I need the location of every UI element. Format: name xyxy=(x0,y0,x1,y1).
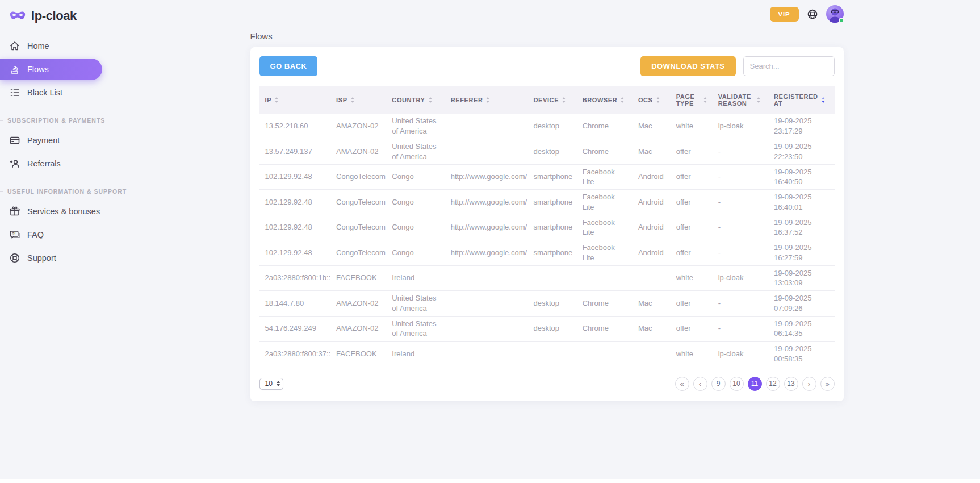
page-button-11-active[interactable]: 11 xyxy=(748,377,762,391)
table-row[interactable]: 102.129.92.48CongoTelecomCongohttp://www… xyxy=(259,240,835,266)
sort-icon xyxy=(429,97,432,103)
card-toolbar: GO BACK DOWNLOAD STATS xyxy=(259,56,835,76)
column-header-country[interactable]: COUNTRY xyxy=(386,86,445,114)
cell-ocs xyxy=(633,265,671,291)
gift-icon xyxy=(9,206,20,217)
cell-device: smartphone xyxy=(528,164,577,190)
column-header-validate-reason[interactable]: VALIDATE REASON xyxy=(713,86,768,114)
cell-ocs: Android xyxy=(633,190,671,215)
cell-device: desktop xyxy=(528,316,577,342)
cell-country: United States of America xyxy=(386,114,445,139)
sidebar-item-label: Black List xyxy=(27,88,62,97)
flows-icon xyxy=(9,64,20,75)
cell-registered-at: 19-09-2025 16:27:59 xyxy=(768,240,835,266)
cell-ocs: Mac xyxy=(633,139,671,165)
sort-icon xyxy=(486,97,489,103)
page-button-13[interactable]: 13 xyxy=(784,377,798,391)
page-button-9[interactable]: 9 xyxy=(711,377,726,391)
cell-page-type: offer xyxy=(671,240,713,266)
table-row[interactable]: 54.176.249.249AMAZON-02United States of … xyxy=(259,316,835,342)
cell-browser xyxy=(577,342,633,367)
cell-isp: CongoTelecom xyxy=(330,240,386,266)
cell-browser: Facebook Lite xyxy=(577,215,633,240)
cell-ocs: Mac xyxy=(633,291,671,317)
cell-page-type: white xyxy=(671,265,713,291)
go-back-button[interactable]: GO BACK xyxy=(259,56,318,76)
vip-button[interactable]: VIP xyxy=(770,7,799,22)
footer-strip xyxy=(0,479,980,483)
column-header-registered-at[interactable]: REGISTERED AT xyxy=(768,86,835,114)
cell-validate-reason: lp-cloak xyxy=(713,114,768,139)
column-header-device[interactable]: DEVICE xyxy=(528,86,577,114)
cell-ip: 13.57.249.137 xyxy=(259,139,331,165)
cell-referer: http://www.google.com/ xyxy=(445,240,528,266)
credit-card-icon xyxy=(9,135,20,146)
cell-referer xyxy=(445,316,528,342)
cell-registered-at: 19-09-2025 06:14:35 xyxy=(768,316,835,342)
page-button-12[interactable]: 12 xyxy=(766,377,780,391)
cell-registered-at: 19-09-2025 16:40:50 xyxy=(768,164,835,190)
cell-ip: 102.129.92.48 xyxy=(259,215,331,240)
page-button-10[interactable]: 10 xyxy=(730,377,744,391)
cell-validate-reason: lp-cloak xyxy=(713,342,768,367)
cell-device: desktop xyxy=(528,114,577,139)
search-input[interactable] xyxy=(743,56,835,76)
first-page-button[interactable]: « xyxy=(675,377,689,391)
next-page-button[interactable]: › xyxy=(802,377,816,391)
cell-referer xyxy=(445,139,528,165)
table-row[interactable]: 102.129.92.48CongoTelecomCongohttp://www… xyxy=(259,215,835,240)
table-row[interactable]: 102.129.92.48CongoTelecomCongohttp://www… xyxy=(259,190,835,215)
flows-table: IP ISP COUNTRY REFERER DEVICE BROWSER OC… xyxy=(259,86,835,367)
faq-bubble-icon: ?! xyxy=(9,229,20,240)
table-row[interactable]: 2a03:2880:f800:37::FACEBOOKIrelandwhitel… xyxy=(259,342,835,367)
sidebar-item-services-bonuses[interactable]: Services & bonuses xyxy=(0,201,114,222)
table-row[interactable]: 18.144.7.80AMAZON-02United States of Ame… xyxy=(259,291,835,317)
cell-isp: AMAZON-02 xyxy=(330,316,386,342)
table-row[interactable]: 2a03:2880:f800:1b::FACEBOOKIrelandwhitel… xyxy=(259,265,835,291)
download-stats-button[interactable]: DOWNLOAD STATS xyxy=(640,56,735,76)
table-row[interactable]: 13.52.218.60AMAZON-02United States of Am… xyxy=(259,114,835,139)
column-header-isp[interactable]: ISP xyxy=(330,86,386,114)
column-header-browser[interactable]: BROWSER xyxy=(577,86,633,114)
cell-country: Congo xyxy=(386,164,445,190)
cell-validate-reason: - xyxy=(713,316,768,342)
last-page-button[interactable]: » xyxy=(820,377,835,391)
table-row[interactable]: 13.57.249.137AMAZON-02United States of A… xyxy=(259,139,835,165)
sidebar-item-flows[interactable]: Flows xyxy=(0,59,102,80)
sort-icon xyxy=(757,97,760,103)
flows-card: GO BACK DOWNLOAD STATS IP ISP COUNTRY xyxy=(250,47,844,401)
sidebar-item-payment[interactable]: Payment xyxy=(0,130,114,151)
column-header-ocs[interactable]: OCS xyxy=(633,86,671,114)
sidebar-section-support: USEFUL INFORMATION & SUPPORT xyxy=(0,188,114,195)
sidebar-item-label: Referrals xyxy=(27,159,61,168)
cell-country: Ireland xyxy=(386,265,445,291)
cell-country: Congo xyxy=(386,190,445,215)
cell-isp: AMAZON-02 xyxy=(330,139,386,165)
column-header-page-type[interactable]: PAGE TYPE xyxy=(671,86,713,114)
sidebar-item-support[interactable]: Support xyxy=(0,247,114,269)
column-header-ip[interactable]: IP xyxy=(259,86,331,114)
sidebar-item-black-list[interactable]: Black List xyxy=(0,82,114,103)
cell-browser xyxy=(577,265,633,291)
cell-validate-reason: - xyxy=(713,291,768,317)
cell-page-type: offer xyxy=(671,139,713,165)
prev-page-button[interactable]: ‹ xyxy=(693,377,707,391)
cell-referer xyxy=(445,265,528,291)
cell-ocs: Mac xyxy=(633,114,671,139)
brand-name: lp-cloak xyxy=(31,9,77,23)
user-avatar[interactable] xyxy=(826,5,844,23)
home-icon xyxy=(9,40,20,52)
brand-logo[interactable]: lp-cloak xyxy=(0,0,114,34)
sort-icon xyxy=(275,97,278,103)
cell-ocs: Android xyxy=(633,240,671,266)
cell-browser: Chrome xyxy=(577,139,633,165)
main-area: VIP Flows GO BACK xyxy=(114,0,980,401)
column-header-referer[interactable]: REFERER xyxy=(445,86,528,114)
sidebar-item-faq[interactable]: ?! FAQ xyxy=(0,224,114,245)
sidebar-item-referrals[interactable]: Referrals xyxy=(0,153,114,174)
table-row[interactable]: 102.129.92.48CongoTelecomCongohttp://www… xyxy=(259,164,835,190)
language-globe-icon[interactable] xyxy=(807,9,818,20)
cell-referer: http://www.google.com/ xyxy=(445,190,528,215)
page-size-select[interactable]: 10 xyxy=(259,378,283,390)
sidebar-item-home[interactable]: Home xyxy=(0,35,114,57)
